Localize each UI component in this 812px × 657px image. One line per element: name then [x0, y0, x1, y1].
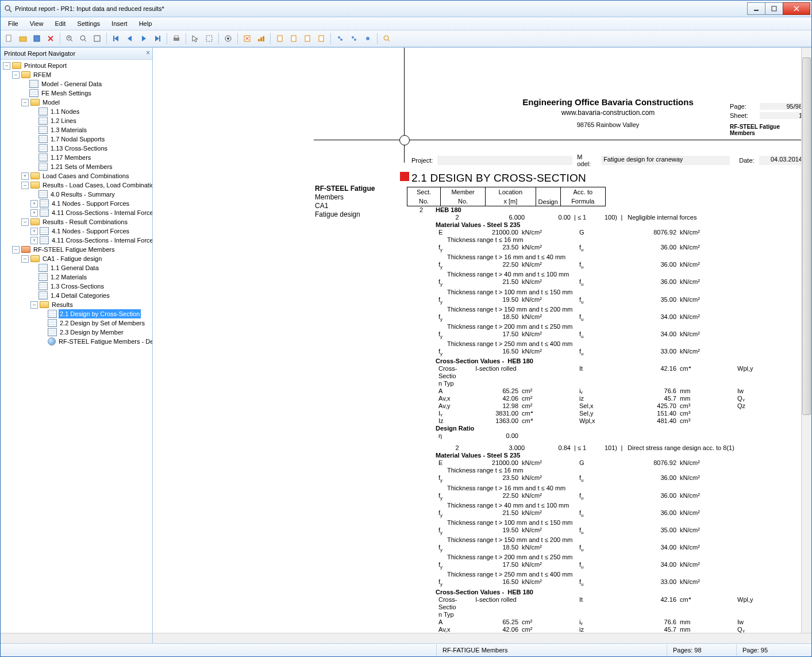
svg-rect-20	[175, 36, 178, 38]
tb-zoomin-icon[interactable]: +	[63, 32, 76, 45]
tb-selectall-icon[interactable]	[203, 32, 215, 45]
minimize-button[interactable]	[747, 2, 765, 15]
results-table-header: Sect. Member Location Design Acc. to No.…	[407, 187, 805, 206]
nav-hscroll[interactable]	[1, 633, 152, 643]
svg-line-15	[84, 40, 86, 41]
svg-line-12	[71, 40, 72, 41]
svg-line-41	[388, 40, 390, 41]
tree-model[interactable]: Model	[41, 98, 61, 107]
svg-point-39	[366, 37, 370, 40]
svg-rect-16	[94, 36, 100, 41]
menu-view[interactable]: View	[24, 19, 49, 28]
svg-rect-33	[319, 36, 324, 41]
navigator-header: Printout Report Navigator ×	[1, 48, 152, 60]
tb-doc3-icon[interactable]	[301, 32, 314, 45]
window-title: Printout report - PR1: Input data and re…	[15, 5, 748, 12]
svg-text:+: +	[68, 36, 70, 40]
section-title: 2.1 DESIGN BY CROSS-SECTION	[411, 172, 586, 185]
svg-rect-27	[258, 39, 260, 41]
tb-zoomfit-icon[interactable]	[91, 32, 103, 45]
tb-link3-icon[interactable]	[361, 32, 374, 45]
tb-select-icon[interactable]	[189, 32, 202, 45]
svg-rect-28	[260, 37, 262, 41]
svg-point-37	[352, 36, 354, 39]
status-pages: Pages: 98	[667, 644, 736, 656]
status-module: RF-FATIGUE Members	[436, 644, 667, 656]
navigator-panel: Printout Report Navigator × –Printout Re…	[1, 48, 153, 643]
tb-settings-icon[interactable]	[222, 32, 234, 45]
menu-insert[interactable]: Insert	[106, 19, 133, 28]
svg-rect-7	[20, 37, 26, 41]
menu-edit[interactable]: Edit	[49, 19, 71, 28]
navigator-title: Printout Report Navigator	[4, 50, 75, 57]
toolbar: +	[1, 30, 811, 47]
svg-rect-29	[263, 36, 264, 41]
tb-link2-icon[interactable]	[348, 32, 360, 45]
tb-doc2-icon[interactable]	[287, 32, 300, 45]
status-page: Page: 95	[736, 644, 811, 656]
svg-point-23	[227, 37, 229, 40]
side-heading: RF-STEEL Fatigue Members CA1 Fatigue des…	[315, 185, 401, 219]
tb-doc1-icon[interactable]	[274, 32, 286, 45]
svg-rect-30	[278, 36, 282, 41]
app-icon	[4, 5, 12, 13]
statusbar: RF-FATIGUE Members Pages: 98 Page: 95	[1, 643, 811, 656]
tb-delete-icon[interactable]	[44, 32, 57, 45]
section-marker-icon	[400, 172, 409, 181]
svg-line-1	[9, 10, 11, 12]
svg-point-0	[5, 6, 10, 10]
svg-rect-32	[305, 36, 310, 41]
report-body: 2HEB 18026.0000.00| ≤ 1100)|Negligible i…	[407, 206, 805, 633]
vertical-scrollbar[interactable]	[801, 48, 811, 633]
svg-rect-21	[206, 36, 212, 41]
svg-rect-8	[34, 36, 40, 41]
svg-point-40	[384, 36, 388, 40]
svg-rect-18	[159, 36, 160, 41]
model-field: Fatigue design for craneway	[601, 156, 730, 165]
tb-doc4-icon[interactable]	[315, 32, 328, 45]
project-field	[437, 156, 572, 165]
menu-settings[interactable]: Settings	[71, 19, 106, 28]
tb-last-icon[interactable]	[151, 32, 164, 45]
tree-root[interactable]: Printout Report	[23, 61, 68, 70]
margin-node-icon	[399, 135, 410, 145]
tb-find-icon[interactable]	[380, 32, 393, 45]
tb-prev-icon[interactable]	[124, 32, 136, 45]
tb-new-icon[interactable]	[3, 32, 16, 45]
svg-rect-6	[6, 35, 11, 41]
maximize-button[interactable]	[765, 2, 783, 15]
titlebar: Printout report - PR1: Input data and re…	[1, 1, 811, 17]
svg-rect-2	[754, 10, 759, 11]
tb-remove-icon[interactable]	[241, 32, 253, 45]
tree-rfem[interactable]: RFEM	[32, 70, 52, 79]
horizontal-scrollbar[interactable]	[153, 633, 811, 643]
svg-line-36	[339, 37, 341, 40]
tb-first-icon[interactable]	[110, 32, 122, 45]
navigator-close-icon[interactable]: ×	[146, 49, 150, 57]
tb-print-icon[interactable]	[170, 32, 183, 45]
tb-chart-icon[interactable]	[255, 32, 267, 45]
menu-help[interactable]: Help	[133, 19, 158, 28]
margin-line-h	[314, 140, 805, 140]
tree-selected[interactable]: 2.1 Design by Cross-Section	[59, 309, 141, 318]
tb-zoomout-icon[interactable]	[77, 32, 90, 45]
svg-rect-3	[772, 6, 776, 11]
tb-link1-icon[interactable]	[334, 32, 347, 45]
tb-save-icon[interactable]	[30, 32, 43, 45]
svg-point-38	[354, 39, 356, 41]
tb-open-icon[interactable]	[17, 32, 29, 45]
close-button[interactable]	[783, 2, 810, 15]
svg-point-14	[80, 36, 85, 40]
margin-line-v	[404, 48, 405, 163]
tb-next-icon[interactable]	[137, 32, 150, 45]
navigator-tree[interactable]: –Printout Report –RFEM Model - General D…	[1, 60, 152, 633]
svg-rect-31	[291, 36, 296, 41]
menu-file[interactable]: File	[2, 19, 24, 28]
report-viewer: Engineering Office Bavaria Constructions…	[153, 48, 811, 643]
svg-rect-17	[113, 36, 114, 41]
menubar: File View Edit Settings Insert Help	[1, 17, 811, 30]
